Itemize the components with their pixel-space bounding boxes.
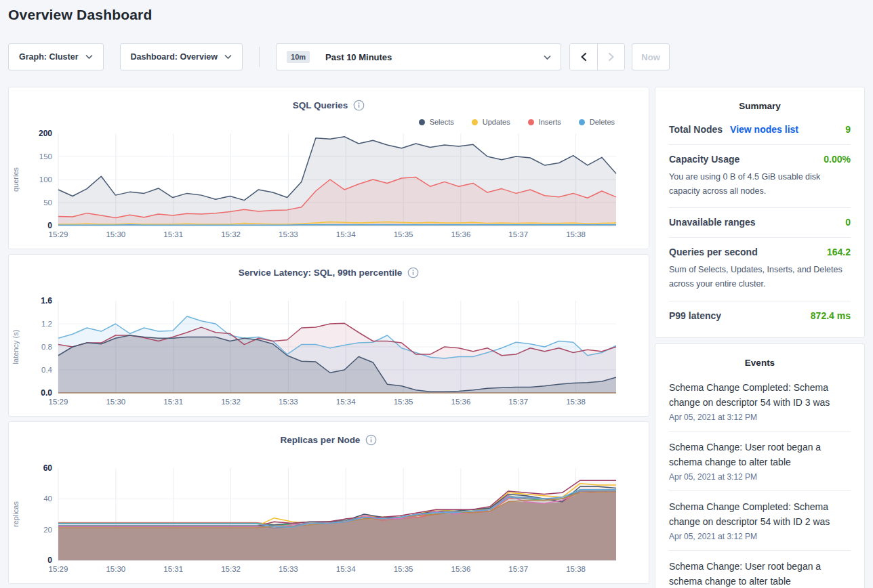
time-range-dropdown[interactable]: 10m Past 10 Minutes bbox=[276, 43, 561, 70]
controls-bar: Graph: Cluster Dashboard: Overview 10m P… bbox=[8, 43, 670, 70]
summary-description: You are using 0 B of 4.5 GiB usable disk… bbox=[669, 170, 851, 198]
event-timestamp: Apr 05, 2021 at 3:12 PM bbox=[669, 472, 851, 482]
summary-value: 9 bbox=[845, 124, 851, 135]
svg-text:1.2: 1.2 bbox=[41, 320, 52, 328]
svg-text:15:35: 15:35 bbox=[394, 398, 413, 406]
event-message: Schema Change: User root began a schema … bbox=[669, 440, 851, 469]
summary-panel: Summary Total Nodes View nodes list 9 Ca… bbox=[655, 87, 865, 338]
view-nodes-list-link[interactable]: View nodes list bbox=[730, 124, 798, 135]
replicas-chart[interactable]: 15:2915:3015:3115:3215:3315:3415:3515:36… bbox=[9, 456, 650, 582]
sql-queries-card: SQL Queries SelectsUpdatesInsertsDeletes… bbox=[8, 87, 649, 249]
summary-value: 0.00% bbox=[824, 154, 851, 165]
time-forward-button[interactable] bbox=[597, 44, 624, 70]
charts-column: SQL Queries SelectsUpdatesInsertsDeletes… bbox=[8, 87, 649, 588]
svg-text:queries: queries bbox=[12, 167, 20, 192]
svg-text:1.6: 1.6 bbox=[41, 296, 52, 306]
svg-text:15:32: 15:32 bbox=[221, 398, 241, 406]
summary-row-unavailable: Unavailable ranges 0 bbox=[669, 208, 851, 238]
now-button[interactable]: Now bbox=[632, 43, 670, 70]
event-item[interactable]: Schema Change Completed: Schema change o… bbox=[669, 491, 851, 551]
event-message: Schema Change Completed: Schema change o… bbox=[669, 380, 851, 410]
svg-text:15:30: 15:30 bbox=[106, 230, 125, 238]
svg-text:0: 0 bbox=[47, 221, 52, 230]
svg-text:15:34: 15:34 bbox=[336, 565, 356, 573]
svg-text:replicas: replicas bbox=[12, 501, 20, 527]
main-layout: SQL Queries SelectsUpdatesInsertsDeletes… bbox=[8, 87, 865, 588]
svg-text:15:30: 15:30 bbox=[106, 398, 125, 406]
summary-label: Queries per second bbox=[669, 247, 758, 257]
svg-text:15:38: 15:38 bbox=[566, 565, 586, 573]
chevron-left-icon bbox=[580, 52, 588, 62]
event-message: Schema Change Completed: Schema change o… bbox=[669, 499, 851, 529]
summary-label: Capacity Usage bbox=[669, 154, 739, 165]
graph-dropdown-label: Graph: Cluster bbox=[19, 52, 79, 62]
page-title: Overview Dashboard bbox=[8, 7, 153, 23]
time-step-buttons bbox=[569, 43, 625, 70]
events-panel: Events Schema Change Completed: Schema c… bbox=[655, 343, 865, 588]
svg-text:15:37: 15:37 bbox=[508, 565, 528, 573]
summary-row-p99: P99 latency 872.4 ms bbox=[669, 301, 851, 331]
svg-text:15:37: 15:37 bbox=[508, 398, 528, 406]
info-icon[interactable] bbox=[407, 267, 419, 278]
event-item[interactable]: Schema Change: User root began a schema … bbox=[669, 551, 851, 588]
svg-text:50: 50 bbox=[43, 198, 52, 207]
event-timestamp: Apr 05, 2021 at 3:12 PM bbox=[669, 532, 851, 541]
svg-text:0: 0 bbox=[47, 555, 52, 565]
chevron-right-icon bbox=[607, 52, 615, 62]
svg-text:15:37: 15:37 bbox=[508, 230, 528, 238]
svg-text:15:36: 15:36 bbox=[451, 398, 471, 406]
svg-text:15:38: 15:38 bbox=[566, 230, 586, 238]
info-icon[interactable] bbox=[365, 434, 377, 446]
svg-text:latency (s): latency (s) bbox=[12, 330, 20, 364]
chevron-down-icon bbox=[224, 55, 232, 60]
summary-value: 872.4 ms bbox=[811, 310, 851, 321]
events-title: Events bbox=[669, 355, 851, 372]
sql-queries-chart[interactable]: 15:2915:3015:3115:3215:3315:3415:3515:36… bbox=[9, 121, 650, 247]
time-range-label: Past 10 Minutes bbox=[325, 52, 392, 62]
event-item[interactable]: Schema Change: User root began a schema … bbox=[669, 432, 851, 491]
summary-row-total-nodes: Total Nodes View nodes list 9 bbox=[669, 115, 851, 145]
event-item[interactable]: Schema Change Completed: Schema change o… bbox=[669, 372, 851, 432]
summary-label: P99 latency bbox=[669, 310, 721, 321]
summary-label: Total Nodes bbox=[669, 124, 723, 135]
svg-text:15:36: 15:36 bbox=[451, 230, 471, 238]
svg-text:40: 40 bbox=[43, 495, 52, 503]
svg-text:60: 60 bbox=[43, 463, 53, 473]
svg-text:15:34: 15:34 bbox=[336, 398, 356, 406]
time-back-button[interactable] bbox=[570, 44, 597, 70]
svg-text:15:29: 15:29 bbox=[49, 398, 68, 406]
svg-text:15:35: 15:35 bbox=[394, 230, 413, 238]
svg-text:100: 100 bbox=[39, 175, 52, 184]
event-message: Schema Change: User root began a schema … bbox=[669, 559, 851, 588]
controls-divider bbox=[259, 47, 260, 67]
chart-title: SQL Queries bbox=[293, 100, 348, 110]
graph-dropdown[interactable]: Graph: Cluster bbox=[8, 43, 104, 70]
service-latency-chart[interactable]: 15:2915:3015:3115:3215:3315:3415:3515:36… bbox=[9, 289, 650, 415]
svg-text:15:32: 15:32 bbox=[221, 565, 241, 573]
time-range-badge: 10m bbox=[287, 51, 310, 63]
svg-text:200: 200 bbox=[39, 129, 52, 138]
svg-text:150: 150 bbox=[39, 152, 52, 161]
summary-label: Unavailable ranges bbox=[669, 217, 756, 228]
dashboard-dropdown-label: Dashboard: Overview bbox=[131, 52, 218, 62]
dashboard-dropdown[interactable]: Dashboard: Overview bbox=[120, 43, 243, 70]
svg-text:15:30: 15:30 bbox=[106, 565, 125, 573]
svg-text:15:29: 15:29 bbox=[49, 230, 68, 238]
overview-dashboard-page: Overview Dashboard Graph: Cluster Dashbo… bbox=[0, 0, 873, 588]
sidebar-column: Summary Total Nodes View nodes list 9 Ca… bbox=[655, 87, 865, 588]
chevron-down-icon bbox=[544, 56, 551, 60]
svg-text:0.0: 0.0 bbox=[41, 388, 52, 398]
chevron-down-icon bbox=[85, 55, 93, 60]
replicas-per-node-card: Replicas per Node 15:2915:3015:3115:3215… bbox=[8, 421, 649, 584]
svg-text:15:34: 15:34 bbox=[336, 230, 356, 238]
info-icon[interactable] bbox=[353, 100, 365, 111]
summary-description: Sum of Selects, Updates, Inserts, and De… bbox=[669, 263, 851, 291]
svg-text:15:33: 15:33 bbox=[279, 230, 298, 238]
svg-text:15:35: 15:35 bbox=[394, 565, 413, 573]
svg-text:15:31: 15:31 bbox=[163, 398, 183, 406]
svg-text:0.4: 0.4 bbox=[41, 366, 53, 374]
svg-text:15:31: 15:31 bbox=[163, 230, 183, 238]
summary-value: 164.2 bbox=[827, 247, 851, 257]
service-latency-card: Service Latency: SQL, 99th percentile 15… bbox=[8, 254, 649, 417]
svg-text:15:32: 15:32 bbox=[221, 230, 241, 238]
